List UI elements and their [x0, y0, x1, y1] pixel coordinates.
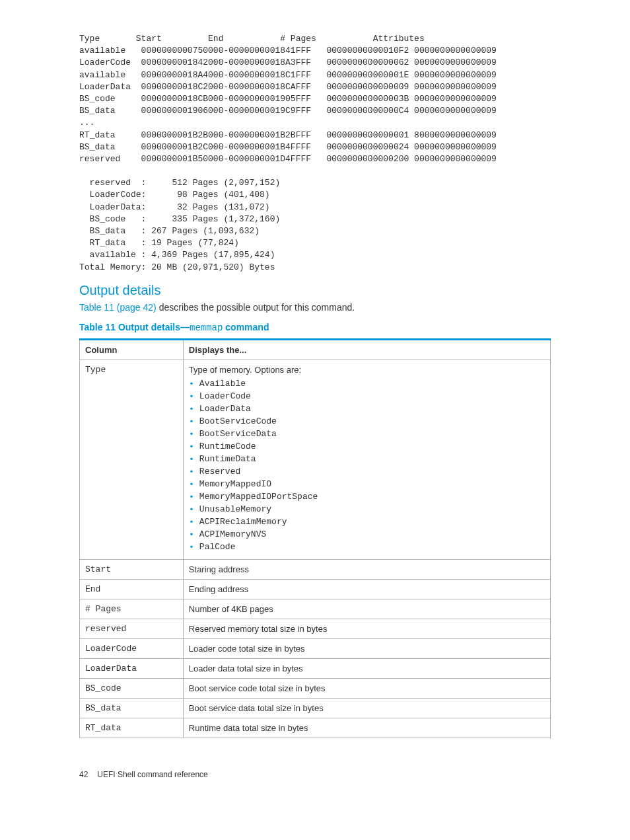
- table-row: RT_data Runtime data total size in bytes: [80, 718, 551, 738]
- list-item: RuntimeCode: [189, 441, 545, 451]
- list-item: BootServiceCode: [189, 416, 545, 426]
- cell-desc: Reserved memory total size in bytes: [183, 619, 550, 638]
- list-item: LoaderData: [189, 404, 545, 414]
- list-item: Available: [189, 379, 545, 389]
- heading-output-details: Output details: [79, 283, 551, 298]
- cell-desc: Boot service data total size in bytes: [183, 698, 550, 718]
- output-details-table: Column Displays the... Type Type of memo…: [79, 338, 551, 738]
- cell-col1: reserved: [80, 619, 184, 638]
- table-title-cmd: memmap: [190, 323, 223, 333]
- table-row: BS_code Boot service code total size in …: [80, 678, 551, 698]
- table-header-row: Column Displays the...: [80, 339, 551, 360]
- cell-col1: Start: [80, 559, 184, 579]
- cell-type-desc: Type of memory. Options are: Available L…: [183, 360, 550, 559]
- table-row: BS_data Boot service data total size in …: [80, 698, 551, 718]
- cell-desc: Ending address: [183, 579, 550, 599]
- list-item: RuntimeData: [189, 454, 545, 464]
- table-row: Type Type of memory. Options are: Availa…: [80, 360, 551, 559]
- cell-desc: Boot service code total size in bytes: [183, 678, 550, 698]
- output-details-paragraph: Table 11 (page 42) describes the possibl…: [79, 302, 551, 313]
- cell-col1: BS_data: [80, 698, 184, 718]
- cell-type: Type: [80, 360, 184, 559]
- list-item: ACPIMemoryNVS: [189, 529, 545, 539]
- type-options-list: Available LoaderCode LoaderData BootServ…: [189, 379, 545, 552]
- list-item: MemoryMappedIO: [189, 479, 545, 489]
- table-11-link[interactable]: Table 11 (page 42): [79, 302, 157, 313]
- table-row: LoaderCode Loader code total size in byt…: [80, 638, 551, 658]
- table-title-prefix: Table 11 Output details—: [79, 322, 190, 332]
- table-row: # Pages Number of 4KB pages: [80, 599, 551, 619]
- footer-section: UEFI Shell command reference: [97, 770, 207, 779]
- list-item: Reserved: [189, 467, 545, 477]
- cell-col1: LoaderCode: [80, 638, 184, 658]
- cell-col1: RT_data: [80, 718, 184, 738]
- table-row: reserved Reserved memory total size in b…: [80, 619, 551, 638]
- list-item: PalCode: [189, 542, 545, 552]
- list-item: MemoryMappedIOPortSpace: [189, 492, 545, 502]
- paragraph-rest: describes the possible output for this c…: [157, 302, 355, 313]
- cell-desc: Staring address: [183, 559, 550, 579]
- cell-col1: LoaderData: [80, 658, 184, 678]
- page-footer: 42 UEFI Shell command reference: [79, 770, 551, 779]
- cell-desc: Loader code total size in bytes: [183, 638, 550, 658]
- cell-col1: # Pages: [80, 599, 184, 619]
- page-number: 42: [79, 770, 95, 779]
- col-header-displays: Displays the...: [183, 339, 550, 360]
- col-header-column: Column: [80, 339, 184, 360]
- table-title-suffix: command: [223, 322, 269, 332]
- table-11-title: Table 11 Output details—memmap command: [79, 322, 551, 333]
- cell-col1: BS_code: [80, 678, 184, 698]
- table-row: Start Staring address: [80, 559, 551, 579]
- list-item: LoaderCode: [189, 391, 545, 401]
- table-row: LoaderData Loader data total size in byt…: [80, 658, 551, 678]
- table-row: End Ending address: [80, 579, 551, 599]
- type-intro: Type of memory. Options are:: [189, 365, 301, 375]
- memmap-output-block: Type Start End # Pages Attributes availa…: [79, 33, 551, 274]
- cell-col1: End: [80, 579, 184, 599]
- cell-desc: Runtime data total size in bytes: [183, 718, 550, 738]
- cell-desc: Number of 4KB pages: [183, 599, 550, 619]
- cell-desc: Loader data total size in bytes: [183, 658, 550, 678]
- list-item: BootServiceData: [189, 429, 545, 439]
- list-item: UnusableMemory: [189, 504, 545, 514]
- list-item: ACPIReclaimMemory: [189, 517, 545, 527]
